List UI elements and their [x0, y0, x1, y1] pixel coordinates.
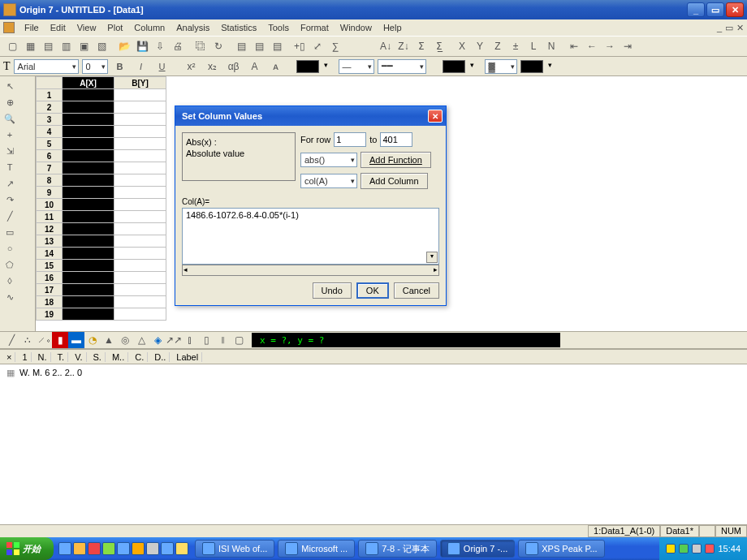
code-builder-icon[interactable]: ▤ [268, 37, 286, 55]
column-plot-icon[interactable]: ▬ [68, 332, 84, 348]
menu-format[interactable]: Format [296, 21, 334, 34]
project-explorer-icon[interactable]: ▤ [250, 37, 268, 55]
duplicate-icon[interactable]: ⿻ [192, 37, 209, 55]
italic-icon[interactable]: I [132, 58, 150, 75]
row-header[interactable]: 18 [37, 296, 63, 308]
start-button[interactable]: 开始 [0, 537, 54, 560]
pattern-combo[interactable]: ▓ [485, 59, 517, 74]
save-icon[interactable]: 💾 [133, 37, 151, 55]
taskbar-task[interactable]: 7-8 - 记事本 [358, 540, 437, 558]
cell-b[interactable] [114, 126, 166, 138]
ql-icon-8[interactable] [161, 542, 174, 555]
cell-a[interactable] [63, 260, 114, 272]
row-header[interactable]: 11 [37, 211, 63, 223]
taskbar-task[interactable]: XPS Peak P... [518, 540, 604, 558]
cell-b[interactable] [114, 248, 166, 260]
ql-icon-3[interactable] [88, 542, 101, 555]
import-icon[interactable]: ⇩ [151, 37, 169, 55]
system-tray[interactable]: 15:44 [659, 537, 747, 560]
hilo-plot-icon[interactable]: ⫿ [182, 332, 198, 348]
tab-label[interactable]: Label [173, 352, 202, 362]
histogram-icon[interactable]: ⦀ [214, 332, 231, 348]
box-plot-icon[interactable]: ▯ [198, 332, 214, 348]
row-header[interactable]: 8 [37, 174, 63, 187]
line-style-combo[interactable]: ━━ [378, 59, 426, 74]
move-first-icon[interactable]: ⇤ [565, 37, 583, 55]
cancel-button[interactable]: Cancel [394, 282, 439, 299]
tab-c[interactable]: C. [132, 352, 148, 362]
taskbar-task[interactable]: Origin 7 -... [440, 540, 515, 558]
cell-b[interactable] [114, 101, 166, 114]
increase-font-icon[interactable]: A [246, 58, 264, 75]
cell-a[interactable] [63, 138, 114, 150]
stats-col-icon[interactable]: Σ̄ [412, 37, 430, 55]
line-color-swatch[interactable] [296, 60, 319, 73]
cell-b[interactable] [114, 284, 166, 296]
cell-a[interactable] [63, 223, 114, 235]
set-y-icon[interactable]: Y [471, 37, 489, 55]
row-header[interactable]: 7 [37, 162, 63, 174]
taskbar-task[interactable]: Microsoft ... [278, 540, 355, 558]
cell-b[interactable] [114, 114, 166, 126]
bar-plot-icon[interactable]: ▮ [52, 332, 68, 348]
ql-icon-5[interactable] [117, 542, 130, 555]
decrease-font-icon[interactable]: ᴀ [267, 58, 285, 75]
add-function-button[interactable]: Add Function [361, 152, 431, 168]
sort-asc-icon[interactable]: A↓ [377, 37, 395, 55]
cell-b[interactable] [114, 260, 166, 272]
cell-b[interactable] [114, 162, 166, 174]
row-header[interactable]: 4 [37, 126, 63, 138]
data-reader-icon[interactable]: + [2, 127, 18, 143]
underline-icon[interactable]: U [153, 58, 171, 75]
sort-desc-icon[interactable]: Z↓ [395, 37, 412, 55]
dialog-close-button[interactable]: ✕ [428, 110, 443, 123]
line-plot-icon[interactable]: ╱ [3, 332, 19, 348]
cell-b[interactable] [114, 138, 166, 150]
mdi-restore-icon[interactable]: ▭ [725, 23, 733, 33]
tab-d[interactable]: D.. [151, 352, 170, 362]
minimize-button[interactable]: _ [687, 2, 705, 17]
pie-chart-icon[interactable]: ◔ [84, 332, 101, 348]
line-symbol-icon[interactable]: ⟋∘ [36, 332, 52, 348]
from-row-input[interactable] [334, 132, 366, 147]
column-header-a[interactable]: A[X] [63, 77, 114, 89]
row-header[interactable]: 3 [37, 114, 63, 126]
data-selector-icon[interactable]: ⇲ [2, 143, 18, 159]
3d-plot-icon[interactable]: ◈ [149, 332, 166, 348]
row-header[interactable]: 12 [37, 223, 63, 235]
add-column-button[interactable]: Add Column [361, 173, 428, 189]
ql-icon-1[interactable] [58, 542, 71, 555]
cell-a[interactable] [63, 308, 114, 321]
row-header[interactable]: 15 [37, 260, 63, 272]
add-col-icon[interactable]: +▯ [291, 37, 309, 55]
tray-icon-4[interactable] [705, 544, 715, 554]
cell-b[interactable] [114, 199, 166, 211]
cell-b[interactable] [114, 223, 166, 235]
clock[interactable]: 15:44 [718, 544, 741, 554]
maximize-button[interactable]: ▭ [706, 2, 724, 17]
greek-icon[interactable]: αβ [225, 58, 243, 75]
rescale-icon[interactable]: ⤢ [309, 37, 326, 55]
menu-view[interactable]: View [72, 21, 101, 34]
bold-icon[interactable]: B [111, 58, 129, 75]
region-tool-icon[interactable]: ◊ [2, 273, 18, 289]
menu-file[interactable]: File [19, 21, 44, 34]
row-header[interactable]: 9 [37, 187, 63, 199]
set-x-icon[interactable]: X [453, 37, 471, 55]
menu-analysis[interactable]: Analysis [171, 21, 214, 34]
cell-b[interactable] [114, 296, 166, 308]
new-project-icon[interactable]: ▢ [3, 37, 21, 55]
screen-reader-icon[interactable]: ⊕ [2, 94, 18, 110]
menu-tools[interactable]: Tools [263, 21, 294, 34]
cell-a[interactable] [63, 235, 114, 248]
circle-tool-icon[interactable]: ○ [2, 240, 18, 256]
worksheet[interactable]: A[X] B[Y] 12345678910111213141516171819 [36, 76, 166, 321]
cell-a[interactable] [63, 284, 114, 296]
cell-b[interactable] [114, 174, 166, 187]
menu-window[interactable]: Window [335, 21, 377, 34]
row-header[interactable]: 13 [37, 235, 63, 248]
polygon-tool-icon[interactable]: ⬠ [2, 256, 18, 273]
fill-color-swatch[interactable] [443, 60, 465, 73]
move-right-icon[interactable]: → [601, 37, 619, 55]
line-tool-icon[interactable]: ╱ [2, 208, 18, 224]
